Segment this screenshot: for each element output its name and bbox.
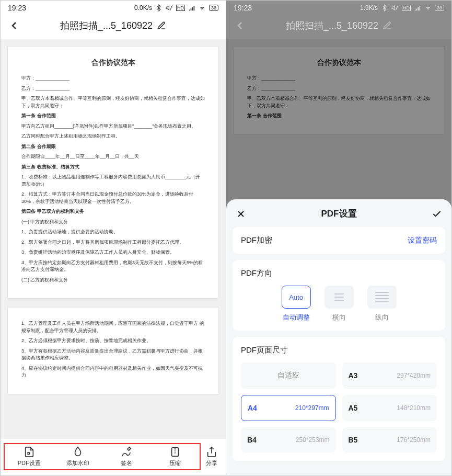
header: 拍照扫描_...5_160922 xyxy=(226,14,451,39)
share-button[interactable]: 分享 xyxy=(201,444,223,469)
page-title: 拍照扫描_...5_160922 xyxy=(60,19,166,32)
net-speed: 0.0K/s xyxy=(134,4,152,12)
size-a5[interactable]: A5148*210mm xyxy=(342,395,437,421)
signal-icon xyxy=(414,4,421,12)
bluetooth-icon xyxy=(381,4,388,12)
status-time: 19:23 xyxy=(234,4,252,12)
hd-icon: HD xyxy=(402,5,411,11)
pdf-settings-sheet: PDF设置 PDF加密 设置密码 PDF方向 Auto 自动调整 xyxy=(226,199,451,475)
confirm-icon[interactable] xyxy=(432,209,442,219)
status-right: 0.0K/s HD 36 xyxy=(134,4,218,12)
signal-icon xyxy=(188,4,195,12)
title-text: 拍照扫描_...5_160922 xyxy=(60,19,153,32)
header: 拍照扫描_...5_160922 xyxy=(1,14,226,39)
signature-button[interactable]: 签名 xyxy=(102,444,151,469)
share-icon xyxy=(206,446,217,458)
orientation-auto[interactable]: Auto 自动调整 xyxy=(282,286,311,322)
size-fit[interactable]: 自适应 xyxy=(241,362,336,389)
size-label: PDF页面尺寸 xyxy=(241,345,437,355)
compress-button[interactable]: 压缩 xyxy=(151,444,200,469)
sheet-title: PDF设置 xyxy=(321,208,357,220)
orientation-portrait[interactable]: 纵向 xyxy=(367,286,397,322)
water-icon xyxy=(72,446,84,458)
status-bar: 19:23 1.9K/s HD 36 xyxy=(226,1,451,14)
size-b5[interactable]: B5176*250mm xyxy=(342,427,437,452)
bottom-toolbar: PDF设置 添加水印 签名 压缩 分享 xyxy=(1,439,226,475)
size-card: PDF页面尺寸 自适应 A3297*420mm A4210*297mm A514… xyxy=(233,337,445,461)
title-text: 拍照扫描_...5_160922 xyxy=(286,19,378,32)
net-speed: 1.9K/s xyxy=(360,4,378,12)
size-a3[interactable]: A3297*420mm xyxy=(342,362,437,389)
size-b4[interactable]: B4250*253mm xyxy=(241,427,336,452)
back-icon[interactable] xyxy=(8,19,20,32)
battery-icon: 36 xyxy=(209,5,218,11)
svg-line-0 xyxy=(170,5,172,10)
document-page-1: 合作协议范本 甲方：_____________ 乙方：_____________… xyxy=(8,47,218,298)
watermark-button[interactable]: 添加水印 xyxy=(53,444,102,469)
edit-icon[interactable] xyxy=(157,21,166,30)
status-time: 19:23 xyxy=(8,4,26,12)
set-password-link[interactable]: 设置密码 xyxy=(408,236,437,245)
encrypt-label: PDF加密 xyxy=(241,235,272,245)
document-page-2: 1、乙方管理及工作人员在甲方场所活动期间，应遵守国家的法律法规，自觉遵守甲方 的… xyxy=(8,308,218,394)
status-bar: 19:23 0.0K/s HD 36 xyxy=(1,1,226,14)
status-right: 1.9K/s HD 36 xyxy=(360,4,444,12)
back-icon[interactable] xyxy=(234,19,246,32)
mute-icon xyxy=(391,4,399,12)
phone-right: 19:23 1.9K/s HD 36 拍照扫描_...5_160922 合作协议… xyxy=(226,1,451,475)
wifi-icon xyxy=(199,4,206,12)
phone-left: 19:23 0.0K/s HD 36 拍照扫描_...5_160922 合作协议… xyxy=(1,1,226,475)
pdf-icon xyxy=(24,446,35,458)
pdf-settings-button[interactable]: PDF设置 xyxy=(5,444,53,469)
sign-icon xyxy=(121,446,132,458)
wifi-icon xyxy=(424,4,432,12)
encrypt-card: PDF加密 设置密码 xyxy=(233,227,445,254)
sheet-header: PDF设置 xyxy=(233,207,445,227)
doc-title: 合作协议范本 xyxy=(21,58,205,67)
direction-label: PDF方向 xyxy=(241,268,437,278)
svg-line-2 xyxy=(396,5,398,10)
page-title: 拍照扫描_...5_160922 xyxy=(286,19,392,32)
edit-icon[interactable] xyxy=(383,21,392,30)
document-preview[interactable]: 合作协议范本 甲方：_____________ 乙方：_____________… xyxy=(1,39,226,439)
direction-card: PDF方向 Auto 自动调整 横向 纵向 xyxy=(233,260,445,331)
zip-icon xyxy=(169,446,181,458)
tool-group-highlight: PDF设置 添加水印 签名 压缩 xyxy=(4,443,201,470)
bluetooth-icon xyxy=(155,4,163,12)
orientation-landscape[interactable]: 横向 xyxy=(324,286,354,322)
hd-icon: HD xyxy=(176,5,185,11)
battery-icon: 36 xyxy=(435,5,444,11)
close-icon[interactable] xyxy=(236,209,246,219)
size-a4[interactable]: A4210*297mm xyxy=(241,395,336,421)
mute-icon xyxy=(166,4,173,12)
